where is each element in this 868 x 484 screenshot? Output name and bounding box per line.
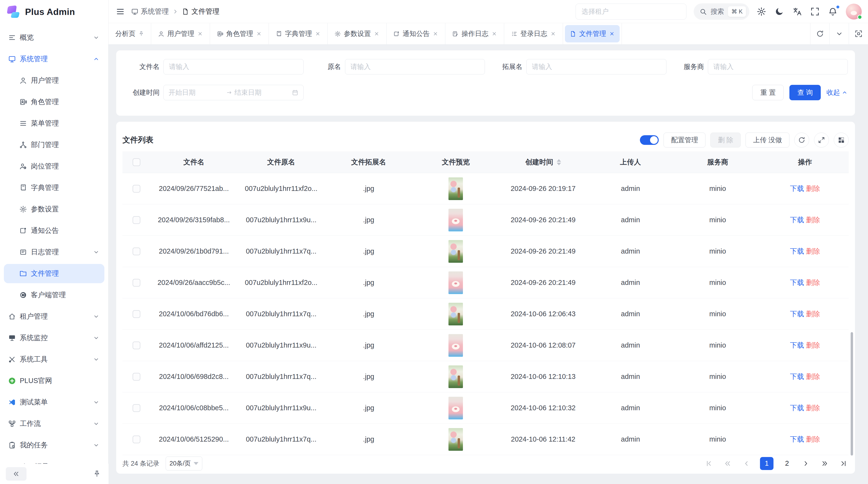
- sidebar-item-文件管理[interactable]: 文件管理: [4, 264, 104, 283]
- delete-link[interactable]: 删除: [806, 403, 820, 413]
- sidebar-item-系统管理[interactable]: 系统管理: [4, 50, 104, 69]
- delete-link[interactable]: 删除: [806, 215, 820, 225]
- download-link[interactable]: 下载: [790, 247, 804, 256]
- dark-mode-moon-icon[interactable]: [774, 6, 785, 17]
- delete-button[interactable]: 删 除: [710, 133, 741, 148]
- sidebar-item-概览[interactable]: 概览: [4, 28, 104, 47]
- pager-first-page-icon[interactable]: [704, 457, 714, 470]
- column-header-创建时间[interactable]: 创建时间: [499, 157, 587, 167]
- sidebar-item-岗位管理[interactable]: 岗位管理: [4, 157, 104, 176]
- tab-close-icon[interactable]: [256, 31, 262, 37]
- page-size-select[interactable]: 20条/页: [166, 456, 202, 471]
- row-checkbox[interactable]: [133, 216, 140, 224]
- table-refresh-icon[interactable]: [794, 133, 809, 148]
- search-panel-toggle[interactable]: [640, 135, 659, 145]
- breadcrumb-system[interactable]: 系统管理: [131, 7, 169, 17]
- file-preview-thumbnail[interactable]: [448, 240, 463, 263]
- file-preview-thumbnail[interactable]: [448, 428, 463, 451]
- tab-登录日志[interactable]: 登录日志: [504, 23, 563, 44]
- tab-close-icon[interactable]: [374, 31, 379, 37]
- delete-link[interactable]: 删除: [806, 247, 820, 256]
- tab-分析页[interactable]: 分析页: [108, 23, 151, 44]
- global-search-button[interactable]: 搜索 ⌘ K: [694, 3, 749, 20]
- reset-button[interactable]: 重 置: [752, 85, 784, 100]
- row-checkbox[interactable]: [133, 435, 140, 443]
- pager-page-1[interactable]: 1: [760, 457, 774, 470]
- sidebar-item-部门管理[interactable]: 部门管理: [4, 135, 104, 155]
- tab-文件管理[interactable]: 文件管理: [563, 23, 622, 44]
- download-link[interactable]: 下载: [790, 341, 804, 350]
- delete-link[interactable]: 删除: [806, 341, 820, 350]
- tab-close-icon[interactable]: [197, 31, 203, 37]
- file-preview-thumbnail[interactable]: [448, 397, 463, 419]
- row-checkbox[interactable]: [133, 373, 140, 381]
- breadcrumb-file[interactable]: 文件管理: [182, 7, 219, 17]
- pager-last-page-icon[interactable]: [838, 457, 849, 470]
- select-all-checkbox[interactable]: [133, 158, 140, 166]
- sidebar-item-字典管理[interactable]: 字典管理: [4, 178, 104, 197]
- file-preview-thumbnail[interactable]: [448, 303, 463, 325]
- delete-link[interactable]: 删除: [806, 278, 820, 288]
- translate-icon[interactable]: [792, 6, 803, 17]
- tenant-select-input[interactable]: [576, 4, 686, 20]
- tab-close-icon[interactable]: [609, 31, 615, 37]
- pager-page-2[interactable]: 2: [782, 457, 792, 470]
- sidebar-item-日志管理[interactable]: 日志管理: [4, 243, 104, 262]
- user-avatar[interactable]: [846, 4, 862, 20]
- settings-gear-icon[interactable]: [756, 6, 767, 17]
- delete-link[interactable]: 删除: [806, 372, 820, 382]
- pager-jump-back-icon[interactable]: [722, 457, 733, 470]
- row-checkbox[interactable]: [133, 248, 140, 255]
- download-link[interactable]: 下载: [790, 434, 804, 444]
- delete-link[interactable]: 删除: [806, 184, 820, 194]
- sort-arrows-icon[interactable]: [557, 159, 561, 165]
- sidebar-item-系统工具[interactable]: 系统工具: [4, 350, 104, 369]
- pager-jump-forward-icon[interactable]: [819, 457, 830, 470]
- sidebar-item-gitee记录[interactable]: gitee记录: [4, 457, 104, 464]
- tab-more-chevron-icon[interactable]: [830, 23, 849, 44]
- file-preview-thumbnail[interactable]: [448, 209, 463, 231]
- download-link[interactable]: 下载: [790, 309, 804, 319]
- download-link[interactable]: 下载: [790, 184, 804, 194]
- date-range-input[interactable]: 开始日期 结束日期: [163, 85, 304, 100]
- tab-fullscreen-icon[interactable]: [849, 23, 868, 44]
- pin-icon[interactable]: [138, 31, 144, 37]
- delete-link[interactable]: 删除: [806, 309, 820, 319]
- filter-input-文件名[interactable]: [163, 59, 304, 74]
- tab-refresh-icon[interactable]: [810, 23, 830, 44]
- download-link[interactable]: 下载: [790, 372, 804, 382]
- sidebar-item-我的任务[interactable]: 我的任务: [4, 435, 104, 455]
- fullscreen-icon[interactable]: [810, 6, 821, 17]
- tab-close-icon[interactable]: [433, 31, 438, 37]
- row-checkbox[interactable]: [133, 342, 140, 349]
- table-expand-icon[interactable]: [814, 133, 829, 148]
- pin-icon[interactable]: [93, 469, 103, 479]
- tab-操作日志[interactable]: 操作日志: [445, 23, 504, 44]
- table-scrollbar-thumb[interactable]: [850, 332, 853, 456]
- filter-input-原名[interactable]: [345, 59, 485, 74]
- file-preview-thumbnail[interactable]: [448, 178, 463, 200]
- sidebar-item-租户管理[interactable]: 租户管理: [4, 307, 104, 326]
- sidebar-item-通知公告[interactable]: 通知公告: [4, 221, 104, 240]
- upload-button[interactable]: 上传 没做: [745, 133, 789, 148]
- pager-next-page-icon[interactable]: [801, 457, 811, 470]
- filter-input-拓展名[interactable]: [526, 59, 666, 74]
- notifications-bell-icon[interactable]: [828, 6, 839, 17]
- sidebar-toggle-icon[interactable]: [116, 7, 125, 16]
- tab-用户管理[interactable]: 用户管理: [151, 23, 210, 44]
- download-link[interactable]: 下载: [790, 215, 804, 225]
- sidebar-item-用户管理[interactable]: 用户管理: [4, 71, 104, 90]
- tab-close-icon[interactable]: [315, 31, 321, 37]
- collapse-filter-link[interactable]: 收起: [827, 88, 848, 97]
- download-link[interactable]: 下载: [790, 278, 804, 288]
- filter-input-服务商[interactable]: [708, 59, 848, 74]
- sidebar-item-系统监控[interactable]: 系统监控: [4, 328, 104, 348]
- column-settings-icon[interactable]: [834, 133, 849, 148]
- tab-通知公告[interactable]: 通知公告: [386, 23, 445, 44]
- sidebar-item-客户端管理[interactable]: 客户端管理: [4, 285, 104, 305]
- pager-prev-page-icon[interactable]: [741, 457, 752, 470]
- tab-字典管理[interactable]: 字典管理: [269, 23, 328, 44]
- tab-close-icon[interactable]: [491, 31, 497, 37]
- sidebar-item-菜单管理[interactable]: 菜单管理: [4, 114, 104, 133]
- sidebar-item-参数设置[interactable]: 参数设置: [4, 200, 104, 219]
